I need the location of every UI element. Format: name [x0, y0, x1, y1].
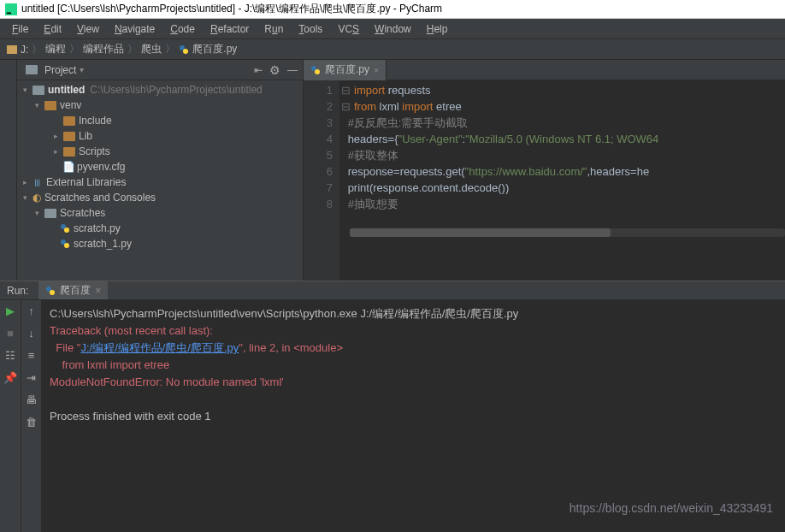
- tree-root[interactable]: ▾ untitled C:\Users\lsh\PycharmProjects\…: [17, 82, 303, 98]
- up-icon[interactable]: ↑: [25, 304, 38, 317]
- tree-label: External Libraries: [46, 176, 126, 188]
- scroll-icon[interactable]: ⇥: [25, 370, 38, 384]
- tree-item[interactable]: scratch.py: [17, 221, 303, 236]
- tree-item[interactable]: ▸ Scripts: [17, 144, 303, 159]
- tree-venv[interactable]: ▾ venv: [17, 98, 303, 113]
- console-traceback: Traceback (most recent call last):: [50, 324, 213, 337]
- breadcrumb-drive[interactable]: J:: [21, 44, 28, 56]
- chevron-right-icon: 〉: [69, 42, 80, 56]
- run-toolbar-left: ▶ ■ ☷ 📌: [0, 300, 21, 532]
- rerun-icon[interactable]: ▶: [3, 304, 17, 317]
- down-icon[interactable]: ↓: [25, 326, 38, 340]
- run-header: Run: 爬百度 ×: [0, 281, 785, 300]
- error-file-link[interactable]: J:/编程/编程作品/爬虫/爬百度.py: [80, 341, 239, 354]
- expand-arrow-icon[interactable]: ▾: [21, 86, 29, 94]
- menu-run[interactable]: Run: [257, 21, 290, 37]
- breadcrumb-part[interactable]: 编程: [45, 42, 66, 56]
- trash-icon[interactable]: 🗑: [25, 415, 38, 429]
- tree-label: pyvenv.cfg: [77, 161, 125, 173]
- run-label: Run:: [7, 285, 28, 297]
- folder-icon: [63, 147, 75, 157]
- editor-body[interactable]: 12345678 ⊟import requests ⊟from lxml imp…: [304, 80, 785, 281]
- run-toolbar-inner: ↑ ↓ ≡ ⇥ 🖶 🗑: [21, 300, 41, 532]
- close-icon[interactable]: ×: [374, 65, 379, 75]
- close-icon[interactable]: ×: [95, 285, 101, 297]
- expand-arrow-icon[interactable]: ▸: [21, 178, 29, 186]
- chevron-right-icon: 〉: [32, 42, 42, 56]
- expand-arrow-icon[interactable]: ▸: [51, 132, 60, 140]
- editor-tab-label: 爬百度.py: [325, 62, 369, 77]
- tree-item[interactable]: Include: [17, 113, 303, 128]
- run-body: ▶ ■ ☷ 📌 ↑ ↓ ≡ ⇥ 🖶 🗑 C:\Users\lsh\Pycharm…: [0, 300, 785, 532]
- menu-refactor[interactable]: Refactor: [204, 21, 256, 37]
- project-icon: [26, 65, 38, 74]
- editor-tabs: 爬百度.py ×: [304, 60, 785, 80]
- tree-item[interactable]: 📄 pyvenv.cfg: [17, 159, 303, 174]
- expand-arrow-icon[interactable]: ▸: [51, 147, 60, 156]
- menu-navigate[interactable]: Navigate: [108, 21, 162, 37]
- menu-file[interactable]: File: [5, 21, 35, 37]
- menu-code[interactable]: Code: [163, 21, 202, 37]
- app-icon: [5, 3, 17, 15]
- sidebar-title[interactable]: Project: [44, 64, 76, 76]
- menu-help[interactable]: Help: [420, 21, 455, 37]
- folder-icon: [63, 116, 75, 126]
- python-file-icon: [310, 65, 321, 75]
- menu-edit[interactable]: Edit: [37, 21, 68, 37]
- run-panel: Run: 爬百度 × ▶ ■ ☷ 📌 ↑ ↓ ≡ ⇥ 🖶 🗑 C:\Users\…: [0, 281, 785, 532]
- expand-arrow-icon[interactable]: ▾: [32, 101, 41, 109]
- tree-root-path: C:\Users\lsh\PycharmProjects\untitled: [90, 84, 262, 96]
- print-icon[interactable]: 🖶: [25, 393, 38, 406]
- sidebar-header: Project ▾ ⇤ ⚙ —: [17, 60, 303, 80]
- wrap-icon[interactable]: ≡: [25, 348, 38, 362]
- tree-label: Scratches and Consoles: [44, 192, 156, 204]
- chevron-right-icon: 〉: [165, 42, 175, 56]
- svg-point-3: [183, 49, 188, 54]
- menu-vcs[interactable]: VCS: [331, 21, 366, 37]
- tree-scratches[interactable]: ▾ Scratches: [17, 205, 303, 221]
- folder-icon: [44, 209, 56, 218]
- project-tree[interactable]: ▾ untitled C:\Users\lsh\PycharmProjects\…: [17, 80, 303, 281]
- folder-icon: [32, 86, 44, 95]
- menu-window[interactable]: Window: [368, 21, 418, 37]
- line-gutter: 12345678: [304, 80, 339, 281]
- menu-view[interactable]: View: [70, 21, 106, 37]
- dropdown-icon[interactable]: ▾: [80, 65, 84, 74]
- breadcrumb-part[interactable]: 编程作品: [83, 42, 124, 56]
- breadcrumb-file[interactable]: 爬百度.py: [192, 42, 237, 56]
- folder-icon: [44, 101, 56, 110]
- console-error: ModuleNotFoundError: No module named 'lx…: [50, 375, 284, 388]
- breadcrumb-part[interactable]: 爬虫: [141, 42, 162, 56]
- console-output[interactable]: C:\Users\lsh\PycharmProjects\untitled\ve…: [41, 300, 785, 532]
- tree-label: venv: [60, 99, 81, 111]
- expand-arrow-icon[interactable]: ▾: [21, 193, 29, 202]
- left-tool-stripe[interactable]: [0, 60, 17, 281]
- expand-arrow-icon[interactable]: ▾: [32, 209, 41, 217]
- window-title: untitled [C:\Users\lsh\PycharmProjects\u…: [21, 2, 442, 16]
- tree-scratches-root[interactable]: ▾ ◐ Scratches and Consoles: [17, 190, 303, 205]
- horizontal-scrollbar[interactable]: [350, 228, 785, 237]
- tree-label: Lib: [79, 130, 92, 142]
- tree-item[interactable]: ▸ Lib: [17, 128, 303, 144]
- menubar: File Edit View Navigate Code Refactor Ru…: [0, 19, 785, 39]
- svg-rect-1: [7, 12, 11, 14]
- tree-label: Scratches: [60, 207, 105, 219]
- gear-icon[interactable]: ⚙: [269, 63, 280, 77]
- folder-icon: [63, 132, 75, 141]
- tree-external[interactable]: ▸ ⫼ External Libraries: [17, 174, 303, 190]
- file-icon: 📄: [63, 162, 74, 172]
- tree-root-name: untitled: [48, 84, 85, 96]
- tree-item[interactable]: scratch_1.py: [17, 236, 303, 251]
- console-exit: Process finished with exit code 1: [50, 410, 211, 423]
- stop-icon[interactable]: ■: [3, 326, 17, 340]
- hide-icon[interactable]: —: [287, 64, 298, 76]
- python-file-icon: [179, 44, 189, 55]
- code-content[interactable]: ⊟import requests ⊟from lxml import etree…: [339, 80, 785, 281]
- run-tab[interactable]: 爬百度 ×: [38, 281, 108, 299]
- menu-tools[interactable]: Tools: [292, 21, 329, 37]
- collapse-icon[interactable]: ⇤: [254, 64, 263, 76]
- pin-icon[interactable]: 📌: [3, 370, 17, 384]
- python-file-icon: [60, 223, 70, 233]
- layout-icon[interactable]: ☷: [3, 348, 17, 362]
- editor-tab[interactable]: 爬百度.py ×: [304, 60, 387, 80]
